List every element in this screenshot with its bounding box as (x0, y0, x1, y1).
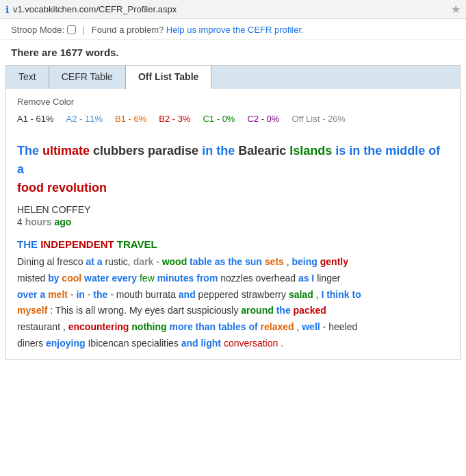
body-wood: wood (162, 256, 187, 267)
body-the: the (93, 289, 107, 300)
word-food: food (17, 181, 44, 195)
phrase-in-the: in the (202, 144, 235, 158)
word-count-text: There are 1677 words. (11, 47, 119, 58)
body-encountering: encountering (68, 321, 129, 332)
body-at-a: at a (86, 256, 102, 267)
tab-off-list-table[interactable]: Off List Table (126, 66, 211, 89)
author: HELEN COFFEY (17, 204, 449, 215)
body-restaurant: restaurant (17, 321, 60, 332)
url-text[interactable]: v1.vocabkitchen.com/CEFR_Profiler.aspx (13, 4, 445, 14)
remove-color-label[interactable]: Remove Color (17, 97, 74, 107)
source-title: THE INDEPENDENT TRAVEL (17, 238, 449, 250)
problem-text: Found a problem? (92, 25, 164, 35)
body-around: around (241, 305, 273, 316)
body-misted: misted (17, 273, 45, 284)
stat-c1: C1 - 0% (203, 114, 235, 124)
article-title: The ultimate clubbers paradise in the Ba… (17, 142, 449, 197)
word-clubbers: clubbers paradise (93, 144, 198, 158)
word-the: The (17, 144, 39, 158)
body-in: in (76, 289, 84, 300)
bookmark-icon[interactable]: ★ (451, 3, 461, 16)
body-colon: : This is all wrong. My eyes (50, 305, 165, 316)
body-water: water every (84, 273, 137, 284)
time: 4 hours ago (17, 216, 449, 227)
body-well: well (302, 321, 320, 332)
body-relaxed: relaxed (261, 321, 294, 332)
body-diners: diners (17, 338, 43, 349)
top-bar: Stroop Mode: | Found a problem? Help us … (0, 19, 466, 40)
word-islands: Islands (289, 144, 332, 158)
body-the-packed: the (276, 305, 291, 316)
body-conversation: conversation (224, 338, 278, 349)
body-enjoying: enjoying (46, 338, 86, 349)
stroop-mode-checkbox[interactable] (67, 25, 76, 34)
body-as-I: as I (298, 273, 314, 284)
info-icon: ℹ (5, 4, 9, 15)
body-by-cool: by (48, 273, 59, 284)
body-dash-4: - (110, 289, 114, 300)
body-ibicencan: Ibicencan specialities (88, 338, 178, 349)
stat-b1: B1 - 6% (115, 114, 146, 124)
body-nozzles: nozzles overhead (220, 273, 296, 284)
body-comma-3: , (63, 321, 66, 332)
word-count: There are 1677 words. (0, 40, 466, 65)
body-dark: dark (133, 256, 154, 267)
remove-color-row: Remove Color (17, 96, 449, 107)
body-linger: linger (317, 273, 340, 284)
body-and-light: and light (181, 338, 221, 349)
body-dash-2: - (70, 289, 74, 300)
body-dash-1: - (156, 256, 159, 267)
body-myself: myself (17, 305, 47, 316)
body-over-a: over a (17, 289, 45, 300)
body-minutes-from: minutes from (157, 273, 218, 284)
tabs-container: Text CEFR Table Off List Table Remove Co… (5, 65, 461, 360)
body-comma-2: , (316, 289, 319, 300)
body-heeled: heeled (328, 321, 357, 332)
stroop-mode-text: Stroop Mode: (11, 25, 64, 35)
body-melt: melt (48, 289, 68, 300)
body-text-2: rustic, (105, 256, 130, 267)
body-mouth: mouth (116, 289, 143, 300)
body-nothing: nothing (131, 321, 166, 332)
body-more-than-tables-of: more than tables of (169, 321, 257, 332)
body-period: . (281, 338, 283, 349)
word-balearic: Balearic (238, 144, 286, 158)
body-peppered: peppered strawberry (198, 289, 286, 300)
body-dash-3: - (88, 289, 91, 300)
body-I-think-to: I think to (321, 289, 361, 300)
tab-cefr-table[interactable]: CEFR Table (49, 66, 126, 89)
source-independent: INDEPENDENT (40, 238, 114, 250)
body-salad: salad (289, 289, 313, 300)
phrase-is-in-the-middle: is in the middle (335, 144, 425, 158)
address-bar: ℹ v1.vocabkitchen.com/CEFR_Profiler.aspx… (0, 0, 466, 19)
body-comma-4: , (296, 321, 299, 332)
source-travel: TRAVEL (117, 238, 157, 250)
tab-text[interactable]: Text (6, 66, 49, 89)
body-dash-5: - (323, 321, 326, 332)
body-dart-sus: dart suspiciously (168, 305, 239, 316)
stroop-mode-label: Stroop Mode: (11, 25, 76, 35)
stats-row: A1 - 61% A2 - 11% B1 - 6% B2 - 3% C1 - 0… (17, 111, 449, 131)
help-link[interactable]: Help us improve the CEFR profiler. (166, 25, 304, 35)
source-the: THE (17, 238, 38, 250)
tab-content: Remove Color A1 - 61% A2 - 11% B1 - 6% B… (6, 89, 460, 359)
word-ultimate: ultimate (42, 144, 90, 158)
body-packed: packed (294, 305, 326, 316)
stat-offlist: Off List - 26% (292, 114, 346, 124)
body-burrata: burrata (146, 289, 176, 300)
body-comma-1: , (287, 256, 289, 267)
body-and: and (179, 289, 196, 300)
body-table-as-the-sun: table as the sun (190, 256, 262, 267)
stat-c2: C2 - 0% (247, 114, 279, 124)
body-few: few (140, 273, 155, 284)
tabs-row: Text CEFR Table Off List Table (6, 66, 460, 89)
stat-a1: A1 - 61% (17, 114, 53, 124)
article-body: Dining al fresco at a rustic, dark - woo… (17, 254, 449, 352)
body-cool: cool (62, 273, 81, 284)
body-gently: gently (320, 256, 348, 267)
body-sets: sets (265, 256, 284, 267)
body-being: being (292, 256, 318, 267)
time-number: 4 (17, 216, 23, 227)
separator: | (83, 25, 85, 35)
stat-a2: A2 - 11% (66, 114, 102, 124)
